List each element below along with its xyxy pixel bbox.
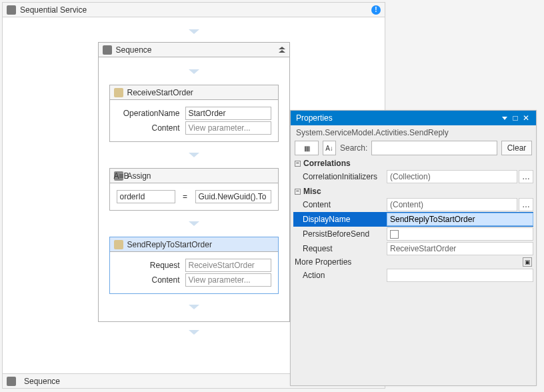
category-misc[interactable]: − Misc — [293, 185, 533, 197]
operationname-label: OperationName — [117, 109, 180, 118]
property-name: Action — [293, 271, 387, 280]
search-label: Search: — [340, 143, 367, 153]
validation-warning-icon[interactable]: ! — [371, 5, 381, 15]
properties-typename: System.ServiceModel.Activities.SendReply — [291, 125, 536, 139]
property-value[interactable]: ReceiveStartOrder — [387, 242, 533, 255]
property-name: DisplayName — [293, 215, 387, 224]
properties-title: Properties — [296, 113, 333, 123]
category-correlations[interactable]: − Correlations — [293, 157, 533, 169]
collapsed-sequence-title: Sequence — [24, 377, 60, 386]
request-label: Request — [117, 261, 180, 270]
assign-to-input[interactable]: orderId — [117, 190, 175, 203]
operationname-input[interactable]: StartOrder — [185, 107, 271, 120]
assign-title: Assign — [127, 171, 151, 181]
assign-value-input[interactable]: Guid.NewGuid().To — [195, 190, 271, 203]
equals-label: = — [181, 192, 190, 201]
expand-more-icon[interactable]: ▣ — [523, 257, 532, 267]
property-name: Request — [293, 244, 387, 253]
more-properties-header[interactable]: More Properties ▣ — [293, 256, 533, 268]
request-input[interactable]: ReceiveStartOrder — [185, 259, 271, 272]
clear-button[interactable]: Clear — [501, 141, 532, 155]
content-link[interactable]: View parameter... — [185, 121, 271, 135]
drop-arrow-icon[interactable] — [189, 153, 199, 157]
sequence-header[interactable]: Sequence — [99, 43, 289, 57]
properties-grid: − Correlations CorrelationInitializers (… — [291, 157, 536, 385]
collapse-toggle-icon[interactable]: − — [295, 161, 301, 167]
category-label: Correlations — [303, 159, 351, 168]
property-row-content[interactable]: Content (Content) … — [293, 197, 533, 212]
property-value[interactable]: (Content) — [387, 198, 517, 211]
checkbox-input[interactable] — [390, 230, 399, 239]
property-name: Content — [293, 200, 387, 209]
property-row-persistbeforesend[interactable]: PersistBeforeSend — [293, 227, 533, 241]
service-icon — [7, 5, 16, 15]
property-row-correlationinitializers[interactable]: CorrelationInitializers (Collection) … — [293, 169, 533, 184]
property-value[interactable] — [387, 269, 533, 282]
property-row-displayname[interactable]: DisplayName SendReplyToStartOrder — [293, 212, 533, 227]
sort-categorized-button[interactable]: ▦ — [295, 141, 319, 155]
content-label: Content — [117, 123, 180, 133]
search-input[interactable] — [371, 141, 497, 155]
sequence-title: Sequence — [116, 45, 152, 55]
service-title: Sequential Service — [20, 5, 87, 15]
sequence-icon — [7, 377, 16, 386]
drop-arrow-icon[interactable] — [189, 221, 199, 226]
properties-panel: Properties □ ✕ System.ServiceModel.Activ… — [290, 110, 537, 386]
content-link[interactable]: View parameter... — [185, 273, 271, 287]
property-row-request[interactable]: Request ReceiveStartOrder — [293, 241, 533, 256]
property-name: CorrelationInitializers — [293, 172, 387, 181]
sequence-icon — [103, 45, 112, 55]
content-label: Content — [117, 275, 180, 285]
more-properties-label: More Properties — [295, 257, 351, 267]
property-value[interactable]: (Collection) — [387, 170, 517, 183]
window-close-icon[interactable]: ✕ — [521, 113, 531, 123]
drop-arrow-icon[interactable] — [189, 29, 199, 34]
sequential-service-header[interactable]: Sequential Service ! — [3, 3, 385, 17]
sequence-activity[interactable]: Sequence ReceiveStartOrder OperationName — [98, 42, 290, 322]
sendreply-title: SendReplyToStartOrder — [127, 240, 212, 249]
collapse-icon[interactable] — [279, 47, 285, 53]
property-value[interactable]: SendReplyToStartOrder — [387, 213, 533, 226]
sendreply-icon — [114, 240, 123, 249]
properties-titlebar[interactable]: Properties □ ✕ — [291, 111, 536, 125]
category-label: Misc — [303, 187, 321, 196]
property-row-action[interactable]: Action — [293, 268, 533, 283]
properties-toolbar: ▦ A↓ Search: Clear — [291, 139, 536, 157]
drop-arrow-icon[interactable] — [189, 305, 199, 309]
ellipsis-button[interactable]: … — [519, 198, 533, 211]
property-value[interactable] — [387, 227, 533, 241]
assign-activity[interactable]: A=B Assign orderId = Guid.NewGuid().To — [109, 168, 279, 211]
collapse-toggle-icon[interactable]: − — [295, 189, 301, 195]
receive-title: ReceiveStartOrder — [127, 88, 193, 97]
assign-icon: A=B — [114, 171, 123, 181]
window-options-icon[interactable] — [500, 113, 509, 123]
receive-icon — [114, 88, 123, 97]
window-maximize-icon[interactable]: □ — [511, 113, 520, 123]
sort-alpha-button[interactable]: A↓ — [323, 141, 336, 155]
drop-arrow-icon[interactable] — [189, 330, 199, 335]
sendreply-activity[interactable]: SendReplyToStartOrder Request ReceiveSta… — [109, 237, 279, 294]
ellipsis-button[interactable]: … — [519, 170, 533, 183]
drop-arrow-icon[interactable] — [189, 69, 199, 74]
property-name: PersistBeforeSend — [293, 229, 387, 239]
receive-activity[interactable]: ReceiveStartOrder OperationName StartOrd… — [109, 85, 279, 142]
